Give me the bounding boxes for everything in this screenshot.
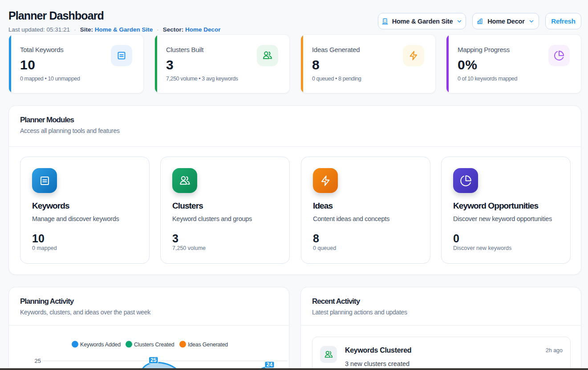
- svg-text:Clusters Created: Clusters Created: [134, 342, 174, 348]
- svg-text:Ideas Generated: Ideas Generated: [188, 342, 228, 348]
- svg-text:25: 25: [150, 357, 157, 363]
- svg-text:25: 25: [35, 358, 41, 364]
- svg-text:Keywords Added: Keywords Added: [80, 342, 121, 348]
- svg-text:24: 24: [267, 362, 273, 368]
